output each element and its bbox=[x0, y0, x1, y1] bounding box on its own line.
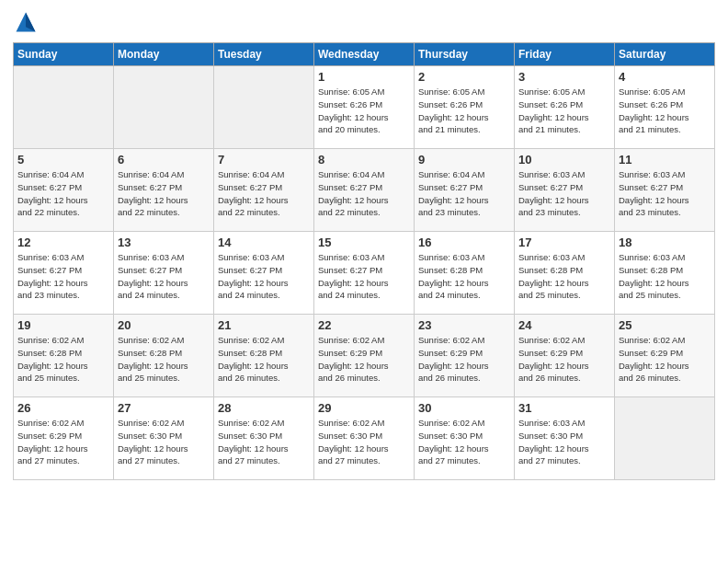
day-number: 20 bbox=[118, 318, 210, 332]
calendar-cell: 11Sunrise: 6:03 AM Sunset: 6:27 PM Dayli… bbox=[615, 149, 715, 232]
day-info: Sunrise: 6:03 AM Sunset: 6:27 PM Dayligh… bbox=[318, 251, 410, 302]
page: SundayMondayTuesdayWednesdayThursdayFrid… bbox=[0, 0, 728, 563]
day-number: 8 bbox=[318, 153, 410, 167]
weekday-header-tuesday: Tuesday bbox=[214, 43, 314, 66]
day-info: Sunrise: 6:04 AM Sunset: 6:27 PM Dayligh… bbox=[218, 168, 310, 219]
calendar-cell: 17Sunrise: 6:03 AM Sunset: 6:28 PM Dayli… bbox=[515, 232, 615, 315]
day-number: 12 bbox=[17, 236, 109, 249]
day-number: 1 bbox=[318, 70, 410, 84]
day-number: 18 bbox=[619, 236, 711, 249]
day-info: Sunrise: 6:02 AM Sunset: 6:29 PM Dayligh… bbox=[17, 417, 109, 467]
calendar-cell bbox=[615, 397, 715, 480]
day-number: 16 bbox=[418, 236, 510, 249]
day-info: Sunrise: 6:03 AM Sunset: 6:27 PM Dayligh… bbox=[619, 168, 711, 219]
day-number: 17 bbox=[518, 236, 610, 249]
day-info: Sunrise: 6:03 AM Sunset: 6:27 PM Dayligh… bbox=[518, 168, 610, 219]
weekday-header-sunday: Sunday bbox=[14, 43, 114, 66]
day-number: 4 bbox=[619, 70, 711, 84]
day-info: Sunrise: 6:02 AM Sunset: 6:29 PM Dayligh… bbox=[518, 334, 610, 385]
day-info: Sunrise: 6:02 AM Sunset: 6:30 PM Dayligh… bbox=[218, 417, 310, 467]
day-info: Sunrise: 6:02 AM Sunset: 6:29 PM Dayligh… bbox=[619, 334, 711, 385]
calendar-cell: 20Sunrise: 6:02 AM Sunset: 6:28 PM Dayli… bbox=[114, 315, 214, 397]
day-info: Sunrise: 6:03 AM Sunset: 6:28 PM Dayligh… bbox=[418, 251, 510, 302]
day-info: Sunrise: 6:02 AM Sunset: 6:30 PM Dayligh… bbox=[318, 417, 410, 467]
day-info: Sunrise: 6:05 AM Sunset: 6:26 PM Dayligh… bbox=[318, 86, 410, 136]
day-info: Sunrise: 6:05 AM Sunset: 6:26 PM Dayligh… bbox=[619, 86, 711, 136]
day-info: Sunrise: 6:02 AM Sunset: 6:29 PM Dayligh… bbox=[418, 334, 510, 385]
calendar-cell: 15Sunrise: 6:03 AM Sunset: 6:27 PM Dayli… bbox=[314, 232, 415, 315]
calendar-cell: 12Sunrise: 6:03 AM Sunset: 6:27 PM Dayli… bbox=[14, 232, 114, 315]
day-number: 2 bbox=[418, 70, 510, 84]
calendar-cell: 3Sunrise: 6:05 AM Sunset: 6:26 PM Daylig… bbox=[515, 66, 615, 149]
day-number: 22 bbox=[318, 318, 410, 332]
calendar-cell: 5Sunrise: 6:04 AM Sunset: 6:27 PM Daylig… bbox=[14, 149, 114, 232]
calendar-cell: 29Sunrise: 6:02 AM Sunset: 6:30 PM Dayli… bbox=[314, 397, 415, 480]
weekday-header-monday: Monday bbox=[114, 43, 214, 66]
weekday-header-wednesday: Wednesday bbox=[314, 43, 415, 66]
day-number: 27 bbox=[118, 401, 210, 415]
calendar-cell: 22Sunrise: 6:02 AM Sunset: 6:29 PM Dayli… bbox=[314, 315, 415, 397]
calendar-week-3: 12Sunrise: 6:03 AM Sunset: 6:27 PM Dayli… bbox=[14, 232, 715, 315]
day-info: Sunrise: 6:02 AM Sunset: 6:28 PM Dayligh… bbox=[17, 334, 109, 385]
day-number: 21 bbox=[218, 318, 310, 332]
day-info: Sunrise: 6:02 AM Sunset: 6:30 PM Dayligh… bbox=[418, 417, 510, 467]
calendar-body: 1Sunrise: 6:05 AM Sunset: 6:26 PM Daylig… bbox=[14, 66, 715, 480]
day-number: 5 bbox=[17, 153, 109, 167]
weekday-row: SundayMondayTuesdayWednesdayThursdayFrid… bbox=[14, 43, 715, 66]
day-info: Sunrise: 6:04 AM Sunset: 6:27 PM Dayligh… bbox=[318, 168, 410, 219]
calendar-cell: 7Sunrise: 6:04 AM Sunset: 6:27 PM Daylig… bbox=[214, 149, 314, 232]
day-info: Sunrise: 6:05 AM Sunset: 6:26 PM Dayligh… bbox=[418, 86, 510, 136]
weekday-header-saturday: Saturday bbox=[615, 43, 715, 66]
calendar-week-1: 1Sunrise: 6:05 AM Sunset: 6:26 PM Daylig… bbox=[14, 66, 715, 149]
header bbox=[13, 9, 715, 35]
logo-icon bbox=[13, 9, 39, 35]
day-number: 31 bbox=[518, 401, 610, 415]
calendar-cell: 25Sunrise: 6:02 AM Sunset: 6:29 PM Dayli… bbox=[615, 315, 715, 397]
day-number: 30 bbox=[418, 401, 510, 415]
calendar-cell: 28Sunrise: 6:02 AM Sunset: 6:30 PM Dayli… bbox=[214, 397, 314, 480]
calendar-cell: 16Sunrise: 6:03 AM Sunset: 6:28 PM Dayli… bbox=[415, 232, 515, 315]
calendar-cell: 27Sunrise: 6:02 AM Sunset: 6:30 PM Dayli… bbox=[114, 397, 214, 480]
calendar-cell: 19Sunrise: 6:02 AM Sunset: 6:28 PM Dayli… bbox=[14, 315, 114, 397]
day-number: 6 bbox=[118, 153, 210, 167]
day-info: Sunrise: 6:04 AM Sunset: 6:27 PM Dayligh… bbox=[17, 168, 109, 219]
calendar-cell: 10Sunrise: 6:03 AM Sunset: 6:27 PM Dayli… bbox=[515, 149, 615, 232]
day-number: 24 bbox=[518, 318, 610, 332]
day-number: 25 bbox=[619, 318, 711, 332]
calendar-cell: 23Sunrise: 6:02 AM Sunset: 6:29 PM Dayli… bbox=[415, 315, 515, 397]
day-info: Sunrise: 6:05 AM Sunset: 6:26 PM Dayligh… bbox=[518, 86, 610, 136]
day-info: Sunrise: 6:03 AM Sunset: 6:27 PM Dayligh… bbox=[118, 251, 210, 302]
calendar-cell: 13Sunrise: 6:03 AM Sunset: 6:27 PM Dayli… bbox=[114, 232, 214, 315]
calendar-cell: 18Sunrise: 6:03 AM Sunset: 6:28 PM Dayli… bbox=[615, 232, 715, 315]
calendar-cell: 4Sunrise: 6:05 AM Sunset: 6:26 PM Daylig… bbox=[615, 66, 715, 149]
day-info: Sunrise: 6:03 AM Sunset: 6:28 PM Dayligh… bbox=[518, 251, 610, 302]
day-number: 19 bbox=[17, 318, 109, 332]
day-number: 3 bbox=[518, 70, 610, 84]
calendar-table: SundayMondayTuesdayWednesdayThursdayFrid… bbox=[13, 42, 715, 480]
calendar-cell: 21Sunrise: 6:02 AM Sunset: 6:28 PM Dayli… bbox=[214, 315, 314, 397]
calendar-cell bbox=[114, 66, 214, 149]
calendar-cell: 24Sunrise: 6:02 AM Sunset: 6:29 PM Dayli… bbox=[515, 315, 615, 397]
day-number: 15 bbox=[318, 236, 410, 249]
day-info: Sunrise: 6:03 AM Sunset: 6:28 PM Dayligh… bbox=[619, 251, 711, 302]
calendar-cell: 9Sunrise: 6:04 AM Sunset: 6:27 PM Daylig… bbox=[415, 149, 515, 232]
day-number: 23 bbox=[418, 318, 510, 332]
calendar-cell: 8Sunrise: 6:04 AM Sunset: 6:27 PM Daylig… bbox=[314, 149, 415, 232]
day-number: 28 bbox=[218, 401, 310, 415]
day-info: Sunrise: 6:03 AM Sunset: 6:30 PM Dayligh… bbox=[518, 417, 610, 467]
calendar-cell: 6Sunrise: 6:04 AM Sunset: 6:27 PM Daylig… bbox=[114, 149, 214, 232]
day-info: Sunrise: 6:02 AM Sunset: 6:29 PM Dayligh… bbox=[318, 334, 410, 385]
calendar-cell: 26Sunrise: 6:02 AM Sunset: 6:29 PM Dayli… bbox=[14, 397, 114, 480]
logo bbox=[13, 9, 42, 35]
day-number: 26 bbox=[17, 401, 109, 415]
day-number: 14 bbox=[218, 236, 310, 249]
calendar-cell: 2Sunrise: 6:05 AM Sunset: 6:26 PM Daylig… bbox=[415, 66, 515, 149]
day-number: 29 bbox=[318, 401, 410, 415]
day-number: 11 bbox=[619, 153, 711, 167]
calendar-cell bbox=[214, 66, 314, 149]
day-info: Sunrise: 6:02 AM Sunset: 6:28 PM Dayligh… bbox=[118, 334, 210, 385]
weekday-header-thursday: Thursday bbox=[415, 43, 515, 66]
weekday-header-friday: Friday bbox=[515, 43, 615, 66]
calendar-cell: 31Sunrise: 6:03 AM Sunset: 6:30 PM Dayli… bbox=[515, 397, 615, 480]
calendar-week-4: 19Sunrise: 6:02 AM Sunset: 6:28 PM Dayli… bbox=[14, 315, 715, 397]
